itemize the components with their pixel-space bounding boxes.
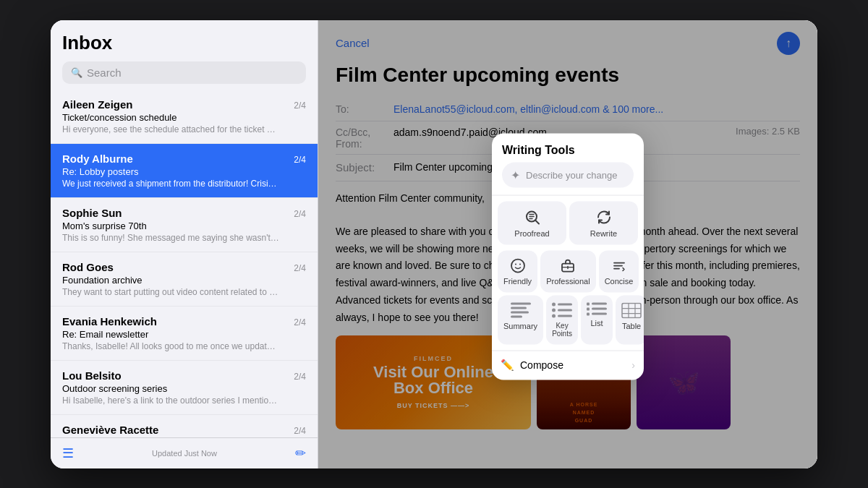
rewrite-icon bbox=[595, 208, 613, 226]
table-button[interactable]: Table bbox=[616, 295, 644, 344]
friendly-button[interactable]: Friendly bbox=[498, 250, 537, 292]
describe-input[interactable]: ✦ Describe your change bbox=[502, 162, 634, 187]
rewrite-label: Rewrite bbox=[590, 228, 617, 237]
chevron-right-icon: › bbox=[631, 359, 635, 370]
svg-point-7 bbox=[519, 263, 521, 265]
table-label: Table bbox=[622, 321, 641, 330]
email-sender: Geneviève Racette bbox=[62, 424, 158, 436]
email-date: 2/4 bbox=[294, 426, 306, 436]
email-item[interactable]: Evania Henkewich 2/4 Re: Email newslette… bbox=[51, 307, 318, 361]
svg-point-6 bbox=[515, 263, 516, 265]
table-icon bbox=[621, 302, 642, 318]
email-item[interactable]: Aileen Zeigen 2/4 Ticket/concession sche… bbox=[51, 90, 318, 144]
sparkle-icon: ✦ bbox=[511, 168, 520, 181]
concise-button[interactable]: Concise bbox=[599, 250, 639, 292]
email-item[interactable]: Rod Goes 2/4 Foundation archive They wan… bbox=[51, 252, 318, 307]
tools-grid-format: Summary KeyPoints Li bbox=[492, 295, 644, 350]
summary-icon bbox=[511, 302, 531, 318]
key-points-button[interactable]: KeyPoints bbox=[546, 295, 578, 344]
email-sender: Rody Alburne bbox=[62, 153, 133, 165]
email-item[interactable]: Sophie Sun 2/4 Mom's surprise 70th This … bbox=[51, 198, 318, 252]
email-preview: This is so funny! She messaged me saying… bbox=[62, 233, 279, 243]
proofread-button[interactable]: Proofread bbox=[498, 201, 566, 244]
inbox-title: Inbox bbox=[62, 32, 306, 54]
main-content: Cancel ↑ Film Center upcoming events To:… bbox=[318, 20, 817, 468]
summary-button[interactable]: Summary bbox=[498, 295, 543, 344]
svg-rect-14 bbox=[622, 303, 641, 317]
email-date: 2/4 bbox=[294, 100, 306, 111]
email-preview: Thanks, Isabelle! All looks good to me o… bbox=[62, 341, 279, 351]
modal-title: Writing Tools bbox=[502, 143, 634, 156]
email-subject: Foundation archive bbox=[62, 275, 306, 286]
email-date: 2/4 bbox=[294, 155, 306, 165]
concise-label: Concise bbox=[605, 276, 634, 285]
modal-footer: ✏️ Compose › bbox=[492, 350, 644, 380]
compose-left: ✏️ Compose bbox=[501, 358, 563, 371]
writing-tools-modal: Writing Tools ✦ Describe your change bbox=[492, 133, 644, 380]
professional-label: Professional bbox=[546, 276, 590, 285]
svg-line-1 bbox=[535, 220, 539, 223]
updated-text: Updated Just Now bbox=[152, 449, 217, 458]
email-subject: Re: Email newsletter bbox=[62, 329, 306, 340]
email-date: 2/4 bbox=[294, 317, 306, 328]
search-icon: 🔍 bbox=[71, 67, 82, 78]
email-subject: Mom's surprise 70th bbox=[62, 221, 306, 231]
list-button[interactable]: List bbox=[581, 295, 613, 344]
summary-label: Summary bbox=[503, 321, 537, 330]
email-preview: Hi Isabelle, here's a link to the outdoo… bbox=[62, 395, 279, 406]
describe-placeholder: Describe your change bbox=[526, 169, 617, 180]
email-item[interactable]: Geneviève Racette 2/4 New merch Hi all! … bbox=[51, 415, 318, 437]
edit-icon[interactable]: ✏ bbox=[295, 445, 306, 461]
email-item[interactable]: Lou Belsito 2/4 Outdoor screening series… bbox=[51, 361, 318, 415]
tools-grid-tone: Friendly Professional bbox=[492, 250, 644, 295]
email-sender: Sophie Sun bbox=[62, 207, 122, 219]
email-date: 2/4 bbox=[294, 263, 306, 273]
list-icon bbox=[587, 302, 607, 315]
proofread-icon bbox=[524, 208, 541, 226]
concise-icon bbox=[611, 257, 627, 273]
email-sender: Evania Henkewich bbox=[62, 315, 157, 328]
friendly-label: Friendly bbox=[503, 276, 532, 285]
email-subject: Re: Lobby posters bbox=[62, 166, 306, 177]
sidebar-header: Inbox 🔍 Search bbox=[51, 20, 318, 90]
svg-point-5 bbox=[511, 259, 524, 272]
email-sender: Aileen Zeigen bbox=[62, 98, 133, 111]
email-subject: Ticket/concession schedule bbox=[62, 112, 306, 123]
email-subject: Outdoor screening series bbox=[62, 383, 306, 394]
compose-row[interactable]: ✏️ Compose › bbox=[498, 352, 638, 377]
professional-icon bbox=[560, 257, 576, 273]
compose-label: Compose bbox=[520, 359, 563, 370]
rewrite-button[interactable]: Rewrite bbox=[569, 201, 638, 244]
email-preview: Hi everyone, see the schedule attached f… bbox=[62, 124, 279, 134]
keypoints-icon bbox=[552, 302, 572, 318]
professional-button[interactable]: Professional bbox=[540, 250, 596, 292]
email-sender: Lou Belsito bbox=[62, 369, 122, 382]
pencil-icon: ✏️ bbox=[501, 358, 514, 371]
search-bar[interactable]: 🔍 Search bbox=[62, 61, 306, 84]
email-list: Aileen Zeigen 2/4 Ticket/concession sche… bbox=[51, 90, 318, 437]
email-sender: Rod Goes bbox=[62, 261, 114, 273]
search-input[interactable]: Search bbox=[87, 67, 122, 79]
friendly-icon bbox=[510, 257, 526, 273]
email-sidebar: Inbox 🔍 Search Aileen Zeigen 2/4 Ticket/… bbox=[51, 20, 318, 468]
email-preview: They want to start putting out video con… bbox=[62, 287, 279, 297]
modal-header: Writing Tools ✦ Describe your change bbox=[492, 133, 644, 195]
list-label: List bbox=[591, 318, 603, 327]
proofread-label: Proofread bbox=[514, 228, 549, 237]
email-item[interactable]: Rody Alburne 2/4 Re: Lobby posters We ju… bbox=[51, 144, 318, 198]
ipad-frame: Inbox 🔍 Search Aileen Zeigen 2/4 Ticket/… bbox=[51, 20, 817, 468]
email-preview: We just received a shipment from the dis… bbox=[62, 179, 279, 189]
sidebar-footer: ☰ Updated Just Now ✏ bbox=[51, 437, 318, 468]
compose-icon[interactable]: ☰ bbox=[62, 445, 74, 461]
email-date: 2/4 bbox=[294, 209, 306, 219]
email-date: 2/4 bbox=[294, 372, 306, 382]
key-points-label: KeyPoints bbox=[552, 321, 572, 337]
tools-grid-top: Proofread Rewrite bbox=[492, 195, 644, 250]
